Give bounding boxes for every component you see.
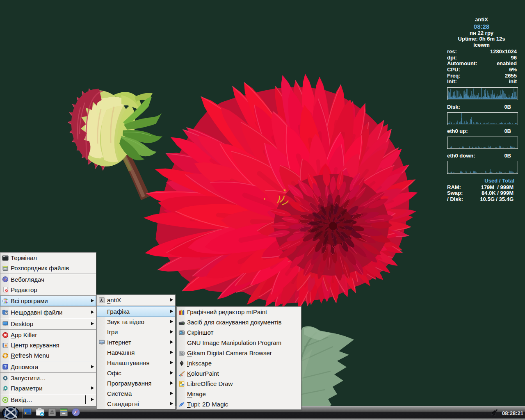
svg-text:?: ? [4,364,7,369]
